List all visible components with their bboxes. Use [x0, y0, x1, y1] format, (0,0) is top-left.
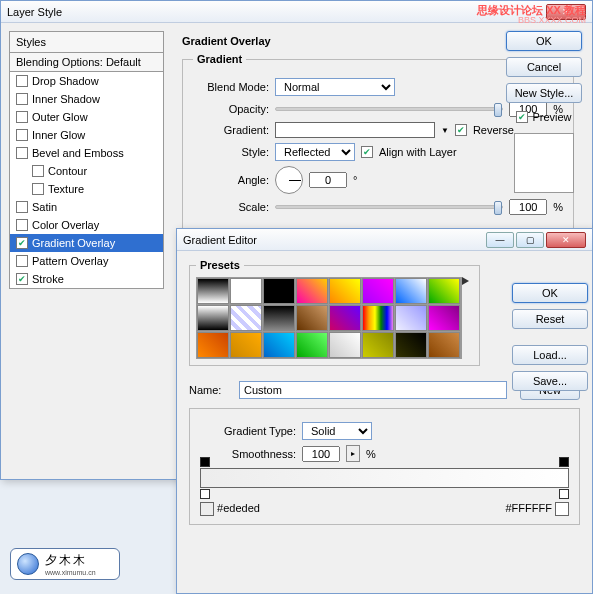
preset-swatch[interactable]: [197, 332, 229, 358]
blending-options-row[interactable]: Blending Options: Default: [10, 53, 163, 72]
scale-slider[interactable]: [275, 205, 503, 209]
color-stop-left[interactable]: [200, 489, 210, 499]
scale-input[interactable]: [509, 199, 547, 215]
presets-label: Presets: [196, 259, 244, 271]
right-stop-hex: #FFFFFF: [506, 502, 552, 514]
preset-swatch[interactable]: [263, 332, 295, 358]
align-checkbox[interactable]: ✔: [361, 146, 373, 158]
blend-mode-select[interactable]: Normal: [275, 78, 395, 96]
preset-swatch[interactable]: [362, 332, 394, 358]
angle-label: Angle:: [193, 174, 269, 186]
style-checkbox[interactable]: [16, 111, 28, 123]
angle-dial[interactable]: [275, 166, 303, 194]
preset-swatch[interactable]: [428, 278, 460, 304]
style-item-pattern-overlay[interactable]: Pattern Overlay: [10, 252, 163, 270]
style-item-texture[interactable]: Texture: [10, 180, 163, 198]
preset-swatch[interactable]: [395, 332, 427, 358]
styles-header[interactable]: Styles: [10, 32, 163, 53]
preset-swatch[interactable]: [263, 305, 295, 331]
style-label: Contour: [48, 165, 87, 177]
right-stop-chip[interactable]: [555, 502, 569, 516]
maximize-icon[interactable]: ▢: [516, 232, 544, 248]
style-item-outer-glow[interactable]: Outer Glow: [10, 108, 163, 126]
preset-swatch[interactable]: [362, 278, 394, 304]
gradient-editor-titlebar[interactable]: Gradient Editor — ▢ ✕: [177, 229, 592, 251]
color-stop-right[interactable]: [559, 489, 569, 499]
preset-swatch[interactable]: [329, 278, 361, 304]
style-item-stroke[interactable]: ✔Stroke: [10, 270, 163, 288]
style-item-gradient-overlay[interactable]: ✔Gradient Overlay: [10, 234, 163, 252]
style-checkbox[interactable]: [32, 165, 44, 177]
load-button[interactable]: Load...: [512, 345, 588, 365]
preset-swatch[interactable]: [395, 278, 427, 304]
style-item-bevel-and-emboss[interactable]: Bevel and Emboss: [10, 144, 163, 162]
style-item-inner-glow[interactable]: Inner Glow: [10, 126, 163, 144]
preset-swatch[interactable]: [296, 332, 328, 358]
preset-swatch[interactable]: [362, 305, 394, 331]
opacity-stop-left[interactable]: [200, 457, 210, 467]
preset-swatch[interactable]: [428, 332, 460, 358]
close-icon[interactable]: ✕: [546, 232, 586, 248]
preview-checkbox[interactable]: ✔: [516, 111, 528, 123]
preset-swatch[interactable]: [230, 332, 262, 358]
style-checkbox[interactable]: ✔: [16, 273, 28, 285]
preset-swatch[interactable]: [428, 305, 460, 331]
preset-swatch[interactable]: [329, 305, 361, 331]
style-checkbox[interactable]: [16, 93, 28, 105]
style-checkbox[interactable]: [16, 201, 28, 213]
preset-swatch[interactable]: [230, 278, 262, 304]
ok-button[interactable]: OK: [512, 283, 588, 303]
style-checkbox[interactable]: ✔: [16, 237, 28, 249]
styles-panel: Styles Blending Options: Default Drop Sh…: [9, 31, 164, 289]
style-label: Bevel and Emboss: [32, 147, 124, 159]
gradient-preview[interactable]: [275, 122, 435, 138]
preset-swatch[interactable]: [197, 305, 229, 331]
preview-label: Preview: [532, 111, 571, 123]
preset-swatch[interactable]: [296, 305, 328, 331]
name-label: Name:: [189, 384, 233, 396]
opacity-slider[interactable]: [275, 107, 503, 111]
preset-swatch[interactable]: [395, 305, 427, 331]
new-style-button[interactable]: New Style...: [506, 83, 582, 103]
style-item-satin[interactable]: Satin: [10, 198, 163, 216]
preset-swatch[interactable]: [197, 278, 229, 304]
layer-style-titlebar[interactable]: Layer Style ✕: [1, 1, 592, 23]
reset-button[interactable]: Reset: [512, 309, 588, 329]
preset-swatch[interactable]: [329, 332, 361, 358]
left-stop-chip[interactable]: [200, 502, 214, 516]
preset-swatch[interactable]: [230, 305, 262, 331]
presets-menu-icon[interactable]: [462, 277, 469, 285]
preset-swatch[interactable]: [263, 278, 295, 304]
style-item-color-overlay[interactable]: Color Overlay: [10, 216, 163, 234]
gradient-legend: Gradient: [193, 53, 246, 65]
gradient-bar[interactable]: [200, 468, 569, 488]
minimize-icon[interactable]: —: [486, 232, 514, 248]
style-item-contour[interactable]: Contour: [10, 162, 163, 180]
style-item-inner-shadow[interactable]: Inner Shadow: [10, 90, 163, 108]
cancel-button[interactable]: Cancel: [506, 57, 582, 77]
angle-input[interactable]: [309, 172, 347, 188]
style-label: Color Overlay: [32, 219, 99, 231]
logo-text: 夕木木: [45, 552, 96, 569]
name-input[interactable]: [239, 381, 507, 399]
style-checkbox[interactable]: [16, 219, 28, 231]
style-item-drop-shadow[interactable]: Drop Shadow: [10, 72, 163, 90]
style-label: Pattern Overlay: [32, 255, 108, 267]
style-checkbox[interactable]: [32, 183, 44, 195]
smoothness-input[interactable]: [302, 446, 340, 462]
smoothness-stepper[interactable]: ▸: [346, 445, 360, 462]
preset-swatch[interactable]: [296, 278, 328, 304]
style-checkbox[interactable]: [16, 255, 28, 267]
close-icon[interactable]: ✕: [546, 4, 586, 20]
style-checkbox[interactable]: [16, 147, 28, 159]
save-button[interactable]: Save...: [512, 371, 588, 391]
style-label: Gradient Overlay: [32, 237, 115, 249]
style-checkbox[interactable]: [16, 75, 28, 87]
reverse-checkbox[interactable]: ✔: [455, 124, 467, 136]
opacity-stop-right[interactable]: [559, 457, 569, 467]
style-checkbox[interactable]: [16, 129, 28, 141]
ok-button[interactable]: OK: [506, 31, 582, 51]
style-select[interactable]: Reflected: [275, 143, 355, 161]
gradient-type-select[interactable]: Solid: [302, 422, 372, 440]
deg-label: °: [353, 174, 357, 186]
